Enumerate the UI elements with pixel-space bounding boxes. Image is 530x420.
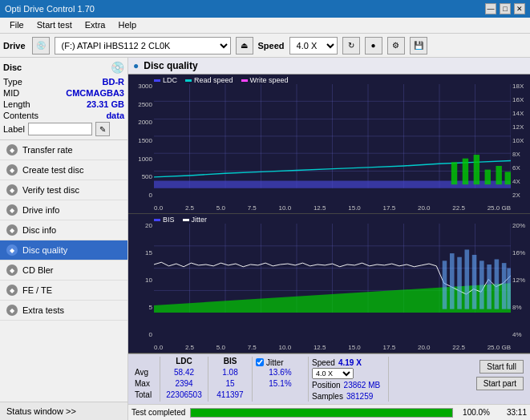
disc-quality-icon: ◆ bbox=[6, 244, 18, 256]
drive-bar: Drive 💿 (F:) ATAPI iHBS112 2 CL0K ⏏ Spee… bbox=[0, 34, 530, 58]
legend-jitter: Jitter bbox=[192, 216, 208, 224]
total-label: Total bbox=[135, 390, 156, 402]
label-input[interactable] bbox=[28, 123, 92, 135]
drive-icon: 💿 bbox=[32, 37, 50, 55]
speed-val: 4.19 X bbox=[338, 358, 362, 367]
svg-rect-40 bbox=[472, 255, 477, 309]
svg-rect-19 bbox=[485, 170, 491, 185]
svg-rect-41 bbox=[479, 260, 484, 309]
type-key: Type bbox=[3, 77, 22, 87]
nav-create-test-disc-label: Create test disc bbox=[22, 165, 83, 175]
chart-top-y-right: 18X16X14X12X10X8X6X4X2X bbox=[512, 83, 528, 199]
avg-label: Avg bbox=[135, 368, 156, 379]
label-edit-button[interactable]: ✎ bbox=[95, 122, 110, 136]
chart-bottom: BIS Jitter 20151050 20%16%12%8%4% bbox=[128, 214, 530, 353]
nav-disc-quality[interactable]: ◆ Disc quality bbox=[0, 240, 127, 260]
length-key: Length bbox=[3, 99, 30, 109]
progress-percent: 100.0% bbox=[458, 408, 490, 417]
nav-drive-info[interactable]: ◆ Drive info bbox=[0, 200, 127, 220]
nav-disc-info[interactable]: ◆ Disc info bbox=[0, 220, 127, 240]
legend-read: Read speed bbox=[194, 76, 233, 84]
samples-label: Samples bbox=[312, 392, 343, 401]
nav-fe-te-label: FE / TE bbox=[22, 285, 52, 295]
save-button[interactable]: 💾 bbox=[410, 37, 427, 55]
chart-top-svg bbox=[154, 84, 511, 188]
nav-create-test-disc[interactable]: ◆ Create test disc bbox=[0, 160, 127, 180]
speed-header: Speed bbox=[312, 358, 335, 367]
cd-bler-icon: ◆ bbox=[6, 265, 18, 276]
disc-section-label: Disc bbox=[3, 63, 22, 72]
start-part-button[interactable]: Start part bbox=[476, 377, 524, 390]
start-full-button[interactable]: Start full bbox=[479, 360, 524, 374]
nav-cd-bler[interactable]: ◆ CD Bler bbox=[0, 260, 127, 281]
transfer-rate-icon: ◆ bbox=[6, 144, 18, 155]
label-key: Label bbox=[3, 124, 25, 134]
legend-ldc: LDC bbox=[163, 76, 177, 84]
disc-section: Disc 💿 Type BD-R MID CMCMAGBA3 Length 23… bbox=[0, 58, 127, 140]
drive-select[interactable]: (F:) ATAPI iHBS112 2 CL0K bbox=[55, 37, 231, 55]
eject-button[interactable]: ⏏ bbox=[236, 37, 253, 55]
nav-drive-info-label: Drive info bbox=[22, 205, 59, 215]
chart-bottom-y-left: 20151050 bbox=[130, 222, 152, 338]
ldc-avg: 58.42 bbox=[165, 368, 203, 379]
fe-te-icon: ◆ bbox=[6, 285, 18, 296]
minimize-button[interactable]: — bbox=[485, 3, 496, 14]
nav-extra-tests-label: Extra tests bbox=[22, 305, 64, 315]
samples-val: 381259 bbox=[346, 392, 373, 401]
menu-extra[interactable]: Extra bbox=[79, 19, 112, 31]
bis-header: BIS bbox=[213, 357, 247, 368]
nav-items: ◆ Transfer rate ◆ Create test disc ◆ Ver… bbox=[0, 140, 127, 402]
bis-total: 411397 bbox=[213, 390, 247, 402]
chart-top-x-axis: 0.02.55.07.510.012.515.017.520.022.525.0… bbox=[154, 204, 511, 212]
chart-top: LDC Read speed Write speed 3000250020001… bbox=[128, 75, 530, 214]
jitter-checkbox[interactable] bbox=[256, 358, 264, 366]
nav-extra-tests[interactable]: ◆ Extra tests bbox=[0, 301, 127, 321]
maximize-button[interactable]: □ bbox=[500, 3, 511, 14]
ldc-max: 2394 bbox=[165, 379, 203, 390]
title-bar: Opti Drive Control 1.70 — □ ✕ bbox=[0, 0, 530, 18]
settings-button[interactable]: ⚙ bbox=[387, 37, 405, 55]
extra-tests-icon: ◆ bbox=[6, 305, 18, 316]
svg-rect-38 bbox=[457, 257, 462, 309]
chart-top-y-left: 300025002000150010005000 bbox=[130, 83, 152, 199]
ldc-header: LDC bbox=[165, 357, 203, 368]
menu-start-test[interactable]: Start test bbox=[30, 19, 79, 31]
speed-select-dropdown[interactable]: 4.0 X bbox=[312, 368, 354, 379]
status-text: Test completed bbox=[131, 408, 185, 417]
nav-transfer-rate[interactable]: ◆ Transfer rate bbox=[0, 140, 127, 160]
chart-bottom-y-right: 20%16%12%8%4% bbox=[512, 222, 528, 338]
svg-rect-20 bbox=[496, 166, 501, 184]
nav-verify-test-disc[interactable]: ◆ Verify test disc bbox=[0, 180, 127, 200]
chart-bottom-svg bbox=[154, 224, 511, 313]
max-label: Max bbox=[135, 379, 156, 390]
position-label: Position bbox=[312, 381, 341, 390]
disc-button[interactable]: ● bbox=[365, 37, 382, 55]
svg-rect-18 bbox=[474, 155, 479, 184]
jitter-total bbox=[256, 390, 305, 402]
status-window-button[interactable]: Status window >> bbox=[0, 402, 127, 420]
drive-info-icon: ◆ bbox=[6, 204, 18, 216]
svg-rect-21 bbox=[505, 172, 511, 184]
close-button[interactable]: ✕ bbox=[514, 3, 525, 14]
svg-rect-17 bbox=[463, 159, 468, 184]
right-content: ● Disc quality LDC Read speed bbox=[128, 58, 530, 420]
nav-fe-te[interactable]: ◆ FE / TE bbox=[0, 281, 127, 301]
jitter-avg: 13.6% bbox=[256, 368, 305, 379]
menu-file[interactable]: File bbox=[3, 19, 30, 31]
progress-bar-container: Test completed 100.0% 33:11 bbox=[128, 404, 530, 420]
contents-key: Contents bbox=[3, 111, 38, 120]
refresh-button[interactable]: ↻ bbox=[342, 37, 360, 55]
menu-help[interactable]: Help bbox=[111, 19, 143, 31]
dq-header-title: Disc quality bbox=[144, 60, 197, 71]
disc-info-icon: ◆ bbox=[6, 224, 18, 236]
speed-select[interactable]: 4.0 X bbox=[289, 37, 338, 55]
verify-test-disc-icon: ◆ bbox=[6, 184, 18, 196]
bis-avg: 1.08 bbox=[213, 368, 247, 379]
jitter-header: Jitter bbox=[266, 358, 284, 367]
mid-val: CMCMAGBA3 bbox=[66, 88, 124, 98]
nav-transfer-rate-label: Transfer rate bbox=[22, 145, 73, 155]
disc-section-icon: 💿 bbox=[111, 61, 124, 74]
contents-val: data bbox=[106, 111, 124, 120]
svg-rect-43 bbox=[495, 260, 500, 309]
chart-top-legend: LDC Read speed Write speed bbox=[154, 76, 288, 84]
